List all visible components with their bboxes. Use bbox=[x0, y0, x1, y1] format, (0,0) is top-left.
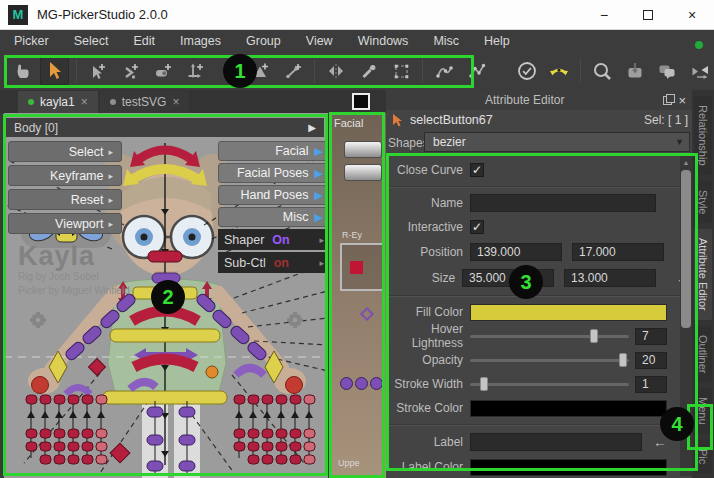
mirror-copy-icon[interactable] bbox=[686, 57, 714, 85]
stroke-width-slider[interactable] bbox=[470, 377, 629, 391]
menu-item-group[interactable]: Group bbox=[246, 34, 281, 48]
label-input[interactable] bbox=[470, 433, 642, 451]
size-w-input[interactable] bbox=[462, 269, 554, 287]
add-button-icon[interactable] bbox=[149, 57, 177, 85]
maximize-icon bbox=[643, 10, 653, 20]
facial-gradient-button[interactable] bbox=[344, 141, 382, 158]
expand-arrow-icon[interactable]: ▶ bbox=[308, 122, 316, 133]
menu-item-misc[interactable]: Misc bbox=[433, 34, 459, 48]
tab-close-icon[interactable]: × bbox=[172, 95, 179, 109]
side-tab-outliner[interactable]: Outliner bbox=[694, 326, 712, 383]
swap-arrows-icon[interactable] bbox=[545, 57, 573, 85]
picker-toggle-sub-ctl[interactable]: Sub-Ctlon▸ bbox=[218, 252, 328, 273]
menu-item-images[interactable]: Images bbox=[180, 34, 221, 48]
close-curve-checkbox[interactable]: ✓ bbox=[470, 163, 484, 177]
picker-group-header[interactable]: Body [0] ▶ bbox=[6, 118, 324, 137]
pick-hand-icon[interactable] bbox=[8, 57, 36, 85]
hover-lightness-value[interactable]: 7 bbox=[635, 328, 667, 345]
mirror-tool-icon[interactable] bbox=[322, 57, 350, 85]
scrollbar-handle[interactable] bbox=[681, 170, 691, 328]
menu-item-edit[interactable]: Edit bbox=[133, 34, 155, 48]
label-color-swatch[interactable] bbox=[470, 459, 667, 476]
picker-button-hand-poses[interactable]: Hand Poses▶ bbox=[218, 185, 328, 205]
title-bar: M MG-PickerStudio 2.0.0 − × bbox=[0, 0, 714, 30]
polyline-tool-icon[interactable] bbox=[463, 57, 491, 85]
picker-button-reset[interactable]: Reset▸ bbox=[8, 189, 122, 210]
marquee-icon[interactable] bbox=[387, 57, 415, 85]
node-name: selectButton67 bbox=[410, 113, 493, 127]
scroll-up-icon[interactable]: ▲ bbox=[680, 156, 692, 168]
tab-testSVG[interactable]: testSVG× bbox=[100, 91, 190, 113]
add-line-icon[interactable] bbox=[279, 57, 307, 85]
menu-item-windows[interactable]: Windows bbox=[358, 34, 409, 48]
picker-button-select[interactable]: Select▸ bbox=[8, 141, 122, 162]
close-button[interactable]: × bbox=[670, 0, 714, 30]
attribute-scrollbar[interactable]: ▲ bbox=[680, 156, 692, 476]
menu-item-view[interactable]: View bbox=[306, 34, 333, 48]
position-x-input[interactable] bbox=[470, 243, 562, 261]
side-tab-style[interactable]: Style bbox=[694, 181, 712, 223]
selection-count: Sel: [ 1 ] bbox=[644, 113, 688, 127]
submenu-arrow-icon: ▸ bbox=[108, 219, 113, 229]
picker-button-facial-poses[interactable]: Facial Poses▶ bbox=[218, 163, 328, 183]
facial-diamond-control[interactable] bbox=[360, 307, 374, 321]
name-input[interactable] bbox=[470, 194, 656, 212]
picker-button-facial[interactable]: Facial▶ bbox=[218, 141, 328, 161]
side-tab-attribute-editor[interactable]: Attribute Editor bbox=[694, 229, 712, 320]
panel-close-icon[interactable]: × bbox=[678, 93, 686, 108]
text-tool-icon[interactable]: T bbox=[214, 57, 242, 85]
stroke-color-swatch[interactable] bbox=[470, 400, 667, 417]
submenu-arrow-icon: ▸ bbox=[319, 235, 324, 245]
zoom-tool-icon[interactable] bbox=[588, 57, 616, 85]
chevron-down-icon: ▼ bbox=[675, 137, 684, 147]
comment-tool-icon[interactable] bbox=[653, 57, 681, 85]
facial-gradient-button[interactable] bbox=[344, 164, 382, 181]
fill-color-swatch[interactable] bbox=[470, 304, 667, 321]
shapes-dropdown[interactable]: bezier ▼ bbox=[424, 132, 690, 152]
picker-button-viewport[interactable]: Viewport▸ bbox=[8, 213, 122, 234]
side-tab-pic[interactable]: Pic bbox=[694, 440, 712, 473]
menu-item-picker[interactable]: Picker bbox=[14, 34, 49, 48]
revert-arrow-icon[interactable]: ← bbox=[650, 434, 670, 451]
facial-strip-title: Facial bbox=[334, 117, 363, 129]
eye-control-red-square[interactable] bbox=[350, 261, 363, 274]
stroke-width-value[interactable]: 1 bbox=[635, 376, 667, 393]
add-move-icon[interactable] bbox=[181, 57, 209, 85]
maximize-button[interactable] bbox=[626, 0, 670, 30]
picker-left-buttons: Select▸Keyframe▸Reset▸Viewport▸ bbox=[8, 141, 122, 234]
curve-tool-icon[interactable] bbox=[430, 57, 458, 85]
tab-close-icon[interactable]: × bbox=[81, 95, 88, 109]
dock-icon[interactable] bbox=[663, 96, 672, 105]
eyedropper-icon[interactable] bbox=[354, 57, 382, 85]
hover-lightness-slider[interactable] bbox=[470, 329, 629, 343]
menu-item-select[interactable]: Select bbox=[74, 34, 109, 48]
tab-label: kayla1 bbox=[40, 95, 75, 109]
side-tab-relationship[interactable]: Relationship bbox=[694, 96, 712, 175]
picker-button-keyframe[interactable]: Keyframe▸ bbox=[8, 165, 122, 186]
picker-toggle-shaper[interactable]: ShaperOn▸ bbox=[218, 229, 328, 250]
namespace-button[interactable] bbox=[352, 93, 370, 110]
opacity-value[interactable]: 20 bbox=[635, 352, 667, 369]
facial-dot-controls[interactable] bbox=[340, 377, 383, 390]
add-select-icon[interactable] bbox=[84, 57, 112, 85]
position-y-input[interactable] bbox=[572, 243, 664, 261]
size-h-input[interactable] bbox=[564, 269, 656, 287]
add-shape-icon[interactable] bbox=[246, 57, 274, 85]
picker-button-misc[interactable]: Misc▶ bbox=[218, 207, 328, 227]
minimize-button[interactable]: − bbox=[582, 0, 626, 30]
interactive-checkbox[interactable]: ✓ bbox=[470, 220, 484, 234]
add-snap-icon[interactable] bbox=[116, 57, 144, 85]
tab-kayla1[interactable]: kayla1× bbox=[18, 91, 98, 113]
opacity-label: Opacity bbox=[386, 353, 470, 367]
toolbar-separator bbox=[314, 59, 315, 83]
apply-check-icon[interactable] bbox=[512, 57, 540, 85]
export-tool-icon[interactable] bbox=[621, 57, 649, 85]
opacity-slider[interactable] bbox=[470, 353, 629, 367]
submenu-arrow-icon: ▸ bbox=[108, 195, 113, 205]
facial-strip-panel[interactable]: Facial R-Ey Uppe bbox=[330, 113, 386, 478]
eye-control-box[interactable] bbox=[340, 243, 384, 291]
menu-item-help[interactable]: Help bbox=[484, 34, 510, 48]
picker-canvas[interactable]: Body [0] ▶ Select▸Keyframe▸Reset▸Viewpor… bbox=[4, 113, 328, 478]
select-cursor-icon[interactable] bbox=[40, 57, 68, 85]
side-tab-menu[interactable]: Menu bbox=[694, 388, 712, 434]
